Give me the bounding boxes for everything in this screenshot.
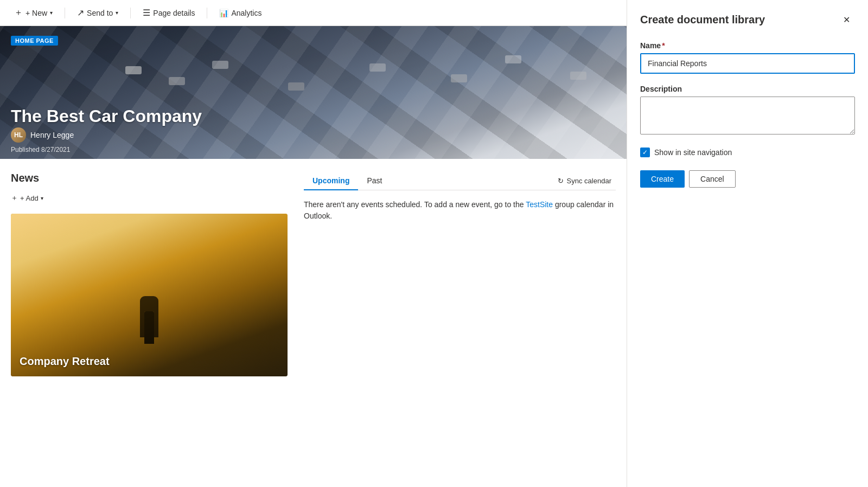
news-section: News ＋ + Add ▾ Company Retreat [11, 172, 293, 376]
checkmark-icon: ✓ [642, 149, 648, 156]
hero-title: The Best Car Company [11, 106, 202, 126]
new-chevron: ▾ [50, 10, 53, 16]
create-library-panel: Create document library ✕ Name* Descript… [627, 0, 868, 487]
show-in-nav-label: Show in site navigation [654, 148, 732, 157]
page-details-icon: ☰ [143, 8, 150, 18]
events-empty-message: There aren't any events scheduled. To ad… [304, 199, 616, 222]
tab-upcoming[interactable]: Upcoming [304, 172, 358, 190]
name-field-wrapper [640, 53, 855, 74]
testsite-link[interactable]: TestSite [526, 200, 553, 209]
add-news-button[interactable]: ＋ + Add ▾ [11, 191, 43, 205]
separator-2 [130, 8, 131, 18]
send-to-label: Send to [87, 9, 113, 17]
new-label: + New [25, 9, 47, 17]
description-label: Description [640, 85, 855, 93]
description-field-group: Description [640, 85, 855, 137]
add-icon: ＋ [11, 193, 18, 203]
analytics-label: Analytics [231, 9, 261, 17]
sync-calendar-button[interactable]: ↻ Sync calendar [553, 175, 616, 187]
news-card-title: Company Retreat [20, 355, 110, 368]
sync-label: Sync calendar [567, 177, 611, 185]
publish-date: Published 8/27/2021 [11, 146, 70, 153]
show-in-nav-checkbox[interactable]: ✓ [640, 148, 650, 157]
news-card[interactable]: Company Retreat [11, 214, 288, 376]
main-content: ＋ + New ▾ ↗ Send to ▾ ☰ Page details 📊 A… [0, 0, 627, 487]
tab-past[interactable]: Past [358, 172, 391, 190]
author-name: Henry Legge [30, 131, 74, 139]
page-details-button[interactable]: ☰ Page details [137, 4, 200, 21]
new-icon: ＋ [14, 7, 23, 18]
send-to-button[interactable]: ↗ Send to ▾ [72, 4, 124, 21]
show-in-nav-row: ✓ Show in site navigation [640, 148, 855, 157]
panel-title: Create document library [640, 14, 765, 26]
sync-icon: ↻ [558, 177, 564, 185]
hero-section: HOME PAGE The Best Car Company HL Henry … [0, 26, 627, 159]
send-to-icon: ↗ [77, 8, 84, 18]
page-details-label: Page details [153, 9, 195, 17]
content-area: News ＋ + Add ▾ Company Retreat Upcoming … [0, 159, 627, 389]
events-section: Upcoming Past ↻ Sync calendar There aren… [304, 172, 616, 376]
news-title: News [11, 172, 293, 184]
events-tabs: Upcoming Past ↻ Sync calendar [304, 172, 616, 190]
panel-header: Create document library ✕ [640, 11, 855, 28]
send-to-chevron: ▾ [116, 10, 118, 16]
hero-badge: HOME PAGE [11, 36, 58, 46]
hero-author: HL Henry Legge [11, 127, 74, 143]
add-chevron: ▾ [41, 195, 43, 201]
hero-background [0, 26, 627, 159]
add-label: + Add [20, 194, 39, 202]
analytics-icon: 📊 [219, 9, 228, 17]
description-input[interactable] [640, 97, 855, 134]
cancel-button[interactable]: Cancel [689, 170, 736, 188]
name-field-group: Name* [640, 41, 855, 74]
close-icon: ✕ [843, 15, 850, 25]
separator-1 [65, 8, 65, 18]
close-panel-button[interactable]: ✕ [838, 11, 855, 28]
new-button[interactable]: ＋ + New ▾ [9, 4, 58, 22]
analytics-button[interactable]: 📊 Analytics [214, 5, 267, 21]
create-button[interactable]: Create [640, 170, 685, 188]
avatar: HL [11, 127, 26, 143]
separator-3 [207, 8, 207, 18]
name-label: Name* [640, 41, 855, 50]
action-buttons: Create Cancel [640, 170, 855, 188]
toolbar: ＋ + New ▾ ↗ Send to ▾ ☰ Page details 📊 A… [0, 0, 627, 26]
name-input[interactable] [642, 55, 853, 72]
